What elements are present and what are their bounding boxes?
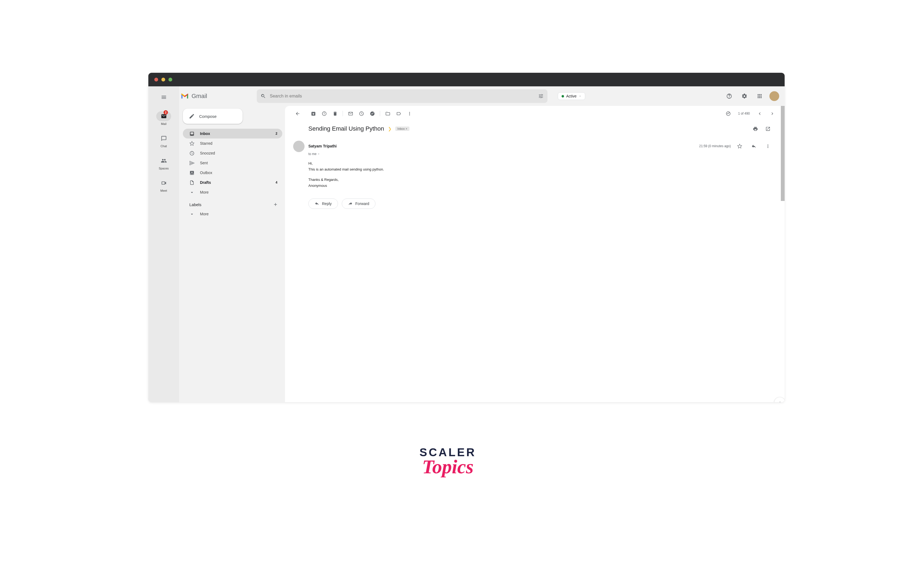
snooze-button[interactable] — [356, 108, 367, 119]
gmail-logo[interactable]: Gmail — [181, 93, 254, 100]
compose-button[interactable]: Compose — [183, 109, 243, 124]
app-rail: 2 Mail Chat Spaces Meet — [148, 86, 179, 402]
recipients-toggle[interactable]: to me — [308, 152, 773, 156]
rail-mail[interactable]: 2 Mail — [156, 111, 171, 126]
sidebar-item-label: More — [200, 212, 278, 216]
sidebar-item-drafts[interactable]: Drafts 4 — [183, 178, 282, 187]
header-actions — [724, 91, 779, 102]
print-icon — [753, 126, 758, 132]
search-bar[interactable] — [257, 89, 548, 103]
hamburger-icon — [161, 94, 167, 100]
chat-icon — [161, 136, 167, 142]
mark-unread-button[interactable] — [345, 108, 356, 119]
forward-icon — [348, 201, 352, 206]
status-label: Active — [566, 94, 576, 98]
close-window-button[interactable] — [154, 78, 158, 81]
rail-chat[interactable]: Chat — [156, 134, 171, 148]
prev-page-button[interactable] — [754, 108, 765, 119]
settings-button[interactable] — [739, 91, 750, 102]
side-panel-toggle[interactable] — [774, 397, 784, 402]
sidebar-item-starred[interactable]: Starred — [183, 139, 282, 148]
back-button[interactable] — [292, 108, 303, 119]
sidebar-item-label: Sent — [200, 161, 278, 165]
timestamp: 21:59 (0 minutes ago) — [699, 144, 731, 148]
reply-button[interactable]: Reply — [308, 199, 338, 209]
more-vert-icon — [765, 144, 771, 149]
sidebar-item-sent[interactable]: Sent — [183, 158, 282, 168]
status-chip[interactable]: Active — [558, 92, 585, 100]
trash-icon — [333, 111, 338, 116]
labels-button[interactable] — [393, 108, 404, 119]
sidebar-item-label: Starred — [200, 141, 278, 145]
meet-icon — [161, 180, 167, 186]
star-message-button[interactable] — [734, 141, 745, 151]
sidebar-item-snoozed[interactable]: Snoozed — [183, 148, 282, 158]
sender-avatar[interactable] — [293, 141, 304, 152]
topics-text: Topics — [420, 456, 476, 478]
help-icon — [726, 93, 732, 99]
gear-icon — [741, 93, 747, 99]
clock-icon — [189, 151, 195, 156]
rail-chat-label: Chat — [160, 144, 167, 148]
print-button[interactable] — [750, 123, 761, 134]
spam-icon — [322, 111, 327, 116]
spam-button[interactable] — [319, 108, 330, 119]
more-vert-icon — [407, 111, 412, 116]
chevron-right-icon — [770, 111, 775, 116]
rail-meet-label: Meet — [160, 189, 167, 192]
remove-label-icon[interactable]: × — [406, 127, 407, 130]
draft-icon — [189, 180, 195, 185]
gmail-m-icon — [181, 93, 189, 99]
offline-icon — [726, 111, 731, 116]
sidebar-labels-more[interactable]: More — [183, 209, 282, 219]
offline-button[interactable] — [723, 108, 734, 119]
delete-button[interactable] — [330, 108, 340, 119]
rail-spaces-label: Spaces — [159, 167, 169, 170]
archive-icon — [311, 111, 316, 116]
arrow-back-icon — [295, 111, 300, 116]
rail-spaces[interactable]: Spaces — [156, 156, 171, 170]
app-body: Compose Inbox 2 Starred Snoozed — [179, 106, 784, 402]
sidebar-item-label: Inbox — [200, 132, 270, 136]
labels-title: Labels — [189, 202, 201, 207]
account-avatar[interactable] — [770, 91, 779, 101]
popout-button[interactable] — [762, 123, 773, 134]
pencil-icon — [189, 113, 195, 119]
maximize-window-button[interactable] — [168, 78, 172, 81]
rail-meet[interactable]: Meet — [156, 178, 171, 192]
inbox-label-chip[interactable]: Inbox × — [395, 127, 410, 131]
header-bar: Gmail Active — [179, 86, 784, 106]
email-subject: Sending Email Using Python — [308, 125, 384, 132]
next-page-button[interactable] — [767, 108, 777, 119]
vertical-scrollbar[interactable] — [781, 106, 784, 201]
main-menu-button[interactable] — [158, 91, 170, 103]
sender-name: Satyam Tripathi — [308, 144, 337, 148]
reply-actions: Reply Forward — [308, 199, 773, 209]
page-counter: 1 of 490 — [738, 112, 750, 115]
message-more-button[interactable] — [762, 141, 773, 151]
compose-label: Compose — [199, 114, 216, 119]
reply-icon-button[interactable] — [748, 141, 759, 151]
forward-button[interactable]: Forward — [342, 199, 375, 209]
status-dot-icon — [562, 95, 564, 97]
search-options-icon[interactable] — [538, 93, 544, 99]
minimize-window-button[interactable] — [161, 78, 165, 81]
sidebar-item-outbox[interactable]: Outbox — [183, 168, 282, 178]
chevron-left-icon — [757, 111, 762, 116]
subject-row: Sending Email Using Python ❯ Inbox × — [308, 123, 773, 134]
importance-marker-icon[interactable]: ❯ — [388, 126, 392, 132]
add-task-button[interactable] — [367, 108, 378, 119]
apps-button[interactable] — [754, 91, 765, 102]
search-input[interactable] — [270, 94, 534, 99]
sidebar-item-more[interactable]: More — [183, 187, 282, 197]
rail-mail-label: Mail — [161, 122, 166, 126]
sidebar-item-inbox[interactable]: Inbox 2 — [183, 129, 282, 139]
more-actions-button[interactable] — [404, 108, 415, 119]
help-button[interactable] — [724, 91, 735, 102]
add-label-button[interactable] — [273, 202, 278, 207]
move-to-button[interactable] — [382, 108, 393, 119]
chevron-down-icon — [579, 95, 581, 97]
sig-line: Anonymous — [308, 183, 773, 188]
reply-icon — [751, 144, 756, 149]
archive-button[interactable] — [308, 108, 319, 119]
